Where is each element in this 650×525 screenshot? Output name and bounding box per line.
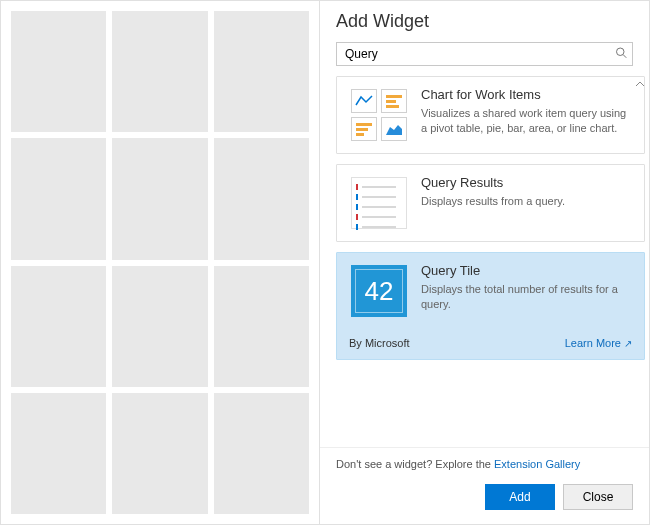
widget-title: Query Results <box>421 175 632 190</box>
widget-list[interactable]: Chart for Work Items Visualizes a shared… <box>320 76 649 447</box>
search-box <box>336 42 633 66</box>
widget-desc: Visualizes a shared work item query usin… <box>421 106 632 136</box>
svg-rect-3 <box>386 100 396 103</box>
dashboard-tile[interactable] <box>11 393 106 514</box>
close-button[interactable]: Close <box>563 484 633 510</box>
panel-title: Add Widget <box>336 11 633 32</box>
query-tile-icon: 42 <box>351 265 407 317</box>
dashboard-tile[interactable] <box>11 266 106 387</box>
footer-prompt: Don't see a widget? Explore the Extensio… <box>336 458 633 470</box>
svg-rect-6 <box>356 128 368 131</box>
dashboard-tile[interactable] <box>11 11 106 132</box>
widget-thumb: 42 <box>349 263 409 319</box>
panel-header: Add Widget <box>320 1 649 38</box>
widget-thumb <box>349 87 409 143</box>
chart-bars-alt-icon <box>351 117 377 141</box>
footer-prompt-text: Don't see a widget? Explore the <box>336 458 494 470</box>
svg-rect-5 <box>356 123 372 126</box>
dashboard-tile[interactable] <box>112 393 207 514</box>
widget-title: Chart for Work Items <box>421 87 632 102</box>
search-input[interactable] <box>336 42 633 66</box>
widget-body: Chart for Work Items Visualizes a shared… <box>421 87 632 143</box>
scroll-up-icon <box>635 76 647 84</box>
widget-item-query-results[interactable]: Query Results Displays results from a qu… <box>336 164 645 242</box>
svg-marker-8 <box>386 125 402 135</box>
dashboard-area <box>1 1 319 524</box>
widget-body: Query Results Displays results from a qu… <box>421 175 632 231</box>
learn-more-label: Learn More <box>565 337 621 349</box>
widget-thumb <box>349 175 409 231</box>
dashboard-tile[interactable] <box>214 11 309 132</box>
dashboard-tile[interactable] <box>214 393 309 514</box>
dashboard-tile[interactable] <box>214 266 309 387</box>
widget-body: Query Tile Displays the total number of … <box>421 263 632 319</box>
dashboard-tile[interactable] <box>112 266 207 387</box>
dashboard-tile[interactable] <box>112 138 207 259</box>
dashboard-tile[interactable] <box>11 138 106 259</box>
query-results-icon <box>351 177 407 229</box>
external-link-icon: ↗ <box>624 338 632 349</box>
widget-publisher: By Microsoft <box>349 337 410 349</box>
dashboard-tile[interactable] <box>214 138 309 259</box>
svg-rect-7 <box>356 133 364 136</box>
widget-title: Query Tile <box>421 263 632 278</box>
chart-area-icon <box>381 117 407 141</box>
dashboard-tile[interactable] <box>112 11 207 132</box>
footer-buttons: Add Close <box>336 484 633 510</box>
chart-bars-icon <box>381 89 407 113</box>
search-row <box>320 38 649 76</box>
app-root: Add Widget <box>0 0 650 525</box>
learn-more-link[interactable]: Learn More↗ <box>565 337 632 349</box>
widget-desc: Displays the total number of results for… <box>421 282 632 312</box>
add-widget-panel: Add Widget <box>319 1 649 524</box>
widget-meta-row: By Microsoft Learn More↗ <box>349 337 632 349</box>
svg-rect-4 <box>386 105 399 108</box>
add-button[interactable]: Add <box>485 484 555 510</box>
widget-item-chart-work-items[interactable]: Chart for Work Items Visualizes a shared… <box>336 76 645 154</box>
extension-gallery-link[interactable]: Extension Gallery <box>494 458 580 470</box>
chart-line-icon <box>351 89 377 113</box>
tile-number: 42 <box>355 269 403 313</box>
dashboard-grid <box>11 11 309 514</box>
widget-desc: Displays results from a query. <box>421 194 632 209</box>
svg-rect-2 <box>386 95 402 98</box>
panel-footer: Don't see a widget? Explore the Extensio… <box>320 447 649 524</box>
widget-item-query-tile[interactable]: 42 Query Tile Displays the total number … <box>336 252 645 360</box>
